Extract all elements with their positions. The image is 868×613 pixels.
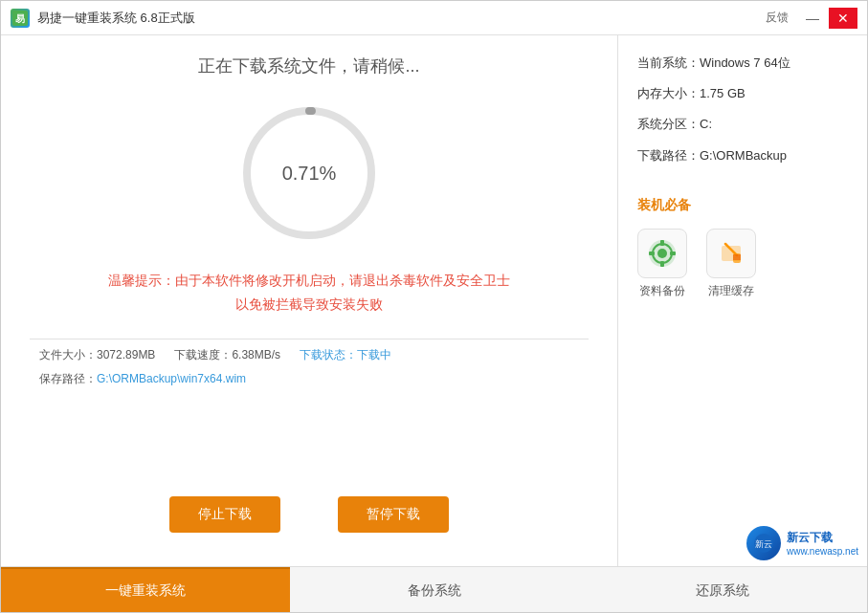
warning-message: 温馨提示：由于本软件将修改开机启动，请退出杀毒软件及安全卫士 以免被拦截导致安装… bbox=[108, 269, 510, 317]
close-button[interactable]: ✕ bbox=[829, 8, 857, 29]
stop-download-button[interactable]: 停止下载 bbox=[169, 496, 280, 533]
tab-restore[interactable]: 还原系统 bbox=[578, 567, 867, 612]
pause-download-button[interactable]: 暂停下载 bbox=[338, 496, 449, 533]
ram-size: 内存大小：1.75 GB bbox=[637, 85, 848, 102]
save-path-link[interactable]: G:\ORMBackup\win7x64.wim bbox=[97, 372, 246, 385]
tool-cleaner[interactable]: 清理缓存 bbox=[706, 229, 756, 299]
current-os: 当前系统：Windows 7 64位 bbox=[637, 55, 848, 72]
percent-text: 0.71% bbox=[282, 163, 337, 184]
window-controls: — ✕ bbox=[798, 8, 857, 29]
tools-section-title: 装机必备 bbox=[637, 197, 848, 214]
backup-svg bbox=[647, 238, 678, 269]
progress-value: 0.71% bbox=[282, 163, 337, 185]
divider bbox=[30, 339, 589, 339]
warning-line1: 温馨提示：由于本软件将修改开机启动，请退出杀毒软件及安全卫士 bbox=[108, 269, 510, 293]
progress-circle: 0.71% bbox=[233, 97, 386, 250]
download-speed: 下载速度：6.38MB/s bbox=[174, 347, 280, 363]
feedback-button[interactable]: 反馈 bbox=[766, 10, 789, 26]
file-info: 文件大小：3072.89MB 下载速度：6.38MB/s 下载状态：下载中 bbox=[30, 347, 589, 363]
tab-reinstall[interactable]: 一键重装系统 bbox=[1, 567, 290, 612]
minimize-button[interactable]: — bbox=[798, 8, 827, 29]
svg-rect-7 bbox=[660, 240, 664, 246]
tab-bar: 一键重装系统 备份系统 还原系统 bbox=[1, 566, 867, 612]
action-buttons: 停止下载 暂停下载 bbox=[169, 482, 449, 547]
watermark-icon: 新云 bbox=[746, 526, 781, 560]
svg-text:易: 易 bbox=[15, 13, 25, 24]
app-icon: 易 bbox=[11, 9, 30, 28]
download-state: 下载状态：下载中 bbox=[300, 347, 391, 363]
backup-label: 资料备份 bbox=[639, 283, 685, 299]
cleaner-label: 清理缓存 bbox=[708, 283, 754, 299]
warning-line2: 以免被拦截导致安装失败 bbox=[108, 293, 510, 317]
right-panel: 当前系统：Windows 7 64位 内存大小：1.75 GB 系统分区：C: … bbox=[618, 35, 867, 566]
watermark: 新云 新云下载 www.newasp.net bbox=[746, 526, 858, 560]
watermark-text: 新云下载 www.newasp.net bbox=[787, 530, 858, 557]
tab-backup[interactable]: 备份系统 bbox=[290, 567, 579, 612]
system-info: 当前系统：Windows 7 64位 内存大小：1.75 GB 系统分区：C: … bbox=[637, 55, 848, 178]
tools-grid: 资料备份 bbox=[637, 229, 848, 299]
cleaner-icon bbox=[706, 229, 756, 278]
download-status: 正在下载系统文件，请稍候... bbox=[198, 55, 419, 77]
svg-rect-10 bbox=[670, 252, 676, 255]
main-content: 正在下载系统文件，请稍候... 0.71% 温馨提示：由于本软件将修改开机启动，… bbox=[1, 35, 867, 566]
tool-backup[interactable]: 资料备份 bbox=[637, 229, 687, 299]
download-path: 下载路径：G:\ORMBackup bbox=[637, 147, 848, 164]
svg-point-6 bbox=[657, 249, 667, 258]
cleaner-svg bbox=[716, 238, 746, 269]
save-path: 保存路径：G:\ORMBackup\win7x64.wim bbox=[30, 371, 589, 387]
app-title: 易捷一键重装系统 6.8正式版 bbox=[37, 10, 766, 27]
svg-text:新云: 新云 bbox=[755, 539, 772, 549]
title-bar: 易 易捷一键重装系统 6.8正式版 反馈 — ✕ bbox=[1, 1, 867, 35]
save-path-label: 保存路径： bbox=[39, 372, 97, 385]
partition: 系统分区：C: bbox=[637, 116, 848, 133]
backup-icon bbox=[637, 229, 687, 278]
left-panel: 正在下载系统文件，请稍候... 0.71% 温馨提示：由于本软件将修改开机启动，… bbox=[1, 35, 618, 566]
svg-rect-9 bbox=[649, 252, 655, 255]
file-size: 文件大小：3072.89MB bbox=[39, 347, 155, 363]
svg-rect-8 bbox=[660, 261, 664, 267]
